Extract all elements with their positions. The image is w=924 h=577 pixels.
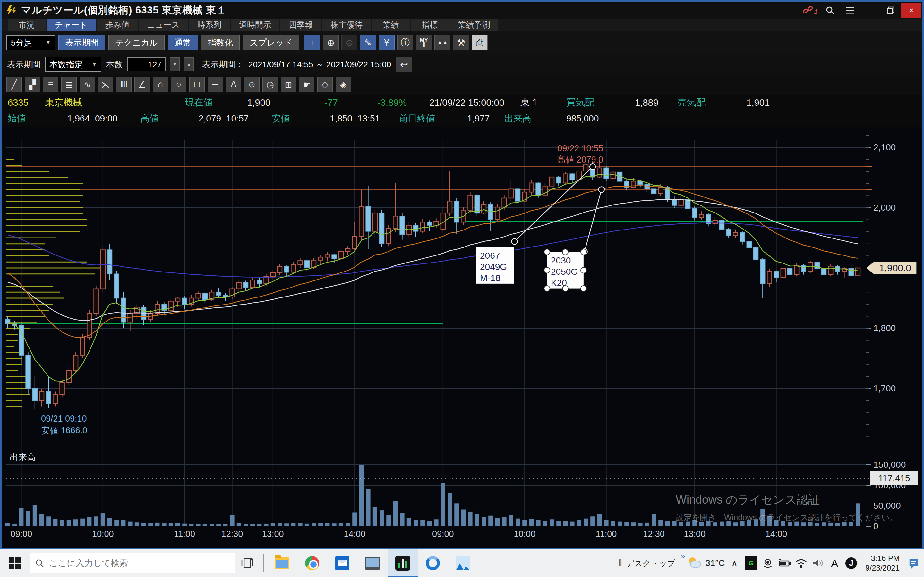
svg-text:12:30: 12:30 [643, 529, 665, 539]
menu-icon[interactable] [840, 3, 860, 17]
通常-button[interactable]: 通常 [168, 35, 198, 50]
rectangle-tool-icon[interactable]: □ [189, 77, 205, 92]
temperature-value[interactable]: 31°C [706, 558, 725, 568]
erase-all-tool-icon[interactable]: ◈ [336, 77, 351, 92]
wrench-icon[interactable]: ⚒ [453, 35, 469, 50]
taskbar-app-photos[interactable] [448, 550, 478, 577]
chart-area[interactable]: 20672049GM-1820302050GK2009/22 10:55高値 2… [0, 127, 924, 548]
reset-period-button[interactable]: ↩ [396, 57, 412, 72]
maximize-button[interactable] [880, 3, 901, 18]
tab-時系列[interactable]: 時系列 [189, 19, 230, 31]
period-mode-select[interactable]: 本数指定 ▼ [45, 57, 102, 72]
market-name: 東 1 [520, 96, 537, 109]
count-increment-button[interactable]: ▲ [184, 57, 194, 71]
tab-ニュース[interactable]: ニュース [139, 19, 188, 31]
tab-適時開示[interactable]: 適時開示 [231, 19, 279, 31]
crosshair-icon[interactable]: ＋ [304, 35, 320, 50]
close-button[interactable]: × [901, 3, 921, 18]
hidden-icons-chevron[interactable]: ∧ [727, 555, 741, 571]
pencil-icon[interactable]: ✎ [360, 35, 376, 50]
taskbar-search[interactable] [29, 553, 235, 574]
notification-icon[interactable] [907, 555, 921, 571]
tab-業績予測[interactable]: 業績予測 [449, 19, 498, 31]
fibonacci-arc-tool-icon[interactable]: ∿ [79, 77, 95, 92]
taskbar-app-file-explorer[interactable] [267, 550, 297, 577]
svg-text:13:00: 13:00 [262, 529, 284, 539]
desktop-toolbar-label[interactable]: デスクトップ» [626, 558, 685, 569]
open-time: 09:00 [95, 113, 118, 124]
speaker-icon[interactable] [811, 555, 825, 571]
text-tool-icon[interactable]: A [226, 77, 241, 92]
my-indicator-icon[interactable]: MY⫼ [416, 35, 432, 50]
draw-toolbar: ╱▞≡≣∿⋋‖‖∠⌂○□─A☺◷⊞☛◇◈ [0, 74, 924, 95]
chrome-icon [305, 556, 319, 570]
taskbar-app-monitor[interactable] [357, 550, 388, 577]
テクニカル-button[interactable]: テクニカル [108, 35, 165, 50]
ime-a-icon[interactable]: A [827, 555, 842, 571]
wifi-icon[interactable] [794, 555, 808, 571]
pixel-app-icon[interactable]: G [744, 555, 758, 571]
count-decrement-button[interactable]: ▼ [170, 57, 180, 71]
指数化-button[interactable]: 指数化 [201, 35, 240, 50]
fan-lines-tool-icon[interactable]: ⋋ [98, 77, 113, 92]
taskbar-app-chrome[interactable] [297, 550, 327, 577]
battery-icon[interactable] [777, 555, 792, 571]
high-label: 高値 [141, 113, 158, 125]
toolbar-handle[interactable]: ‖ [618, 558, 622, 569]
erase-object-tool-icon[interactable]: ◇ [317, 77, 333, 92]
interval-value: 5分足 [11, 37, 32, 48]
taskbar-app-mail[interactable] [327, 550, 357, 577]
time-marker-tool-icon[interactable]: ◷ [262, 77, 278, 92]
low-value: 1,850 [290, 113, 352, 124]
chevron-down-icon: ▼ [45, 40, 51, 45]
mountain-chart-icon[interactable]: ▲▲ [435, 35, 451, 50]
task-view-button[interactable] [235, 550, 260, 577]
horizontal-line-tool-icon[interactable]: ─ [208, 77, 223, 92]
copy-object-tool-icon[interactable]: ⊞ [281, 77, 296, 92]
hand-tool-icon[interactable]: ☛ [299, 77, 314, 92]
printer-icon[interactable]: ⎙ [472, 35, 488, 50]
weather-icon[interactable] [688, 557, 703, 570]
表示期間-button[interactable]: 表示期間 [58, 35, 105, 50]
yen-icon[interactable]: ¥ [379, 35, 395, 50]
tab-歩み値[interactable]: 歩み値 [97, 19, 138, 31]
horizontal-lines-tool-icon[interactable]: ≡ [43, 77, 58, 92]
pentagon-tool-icon[interactable]: ⌂ [153, 77, 168, 92]
icon-stamp-tool-icon[interactable]: ☺ [244, 77, 260, 92]
monitor-icon [365, 557, 380, 570]
minimize-button[interactable]: — [860, 3, 880, 18]
last-price-label: 現在値 [185, 96, 213, 109]
quote-datetime: 21/09/22 15:00:00 [429, 97, 504, 108]
svg-text:11:00: 11:00 [596, 529, 617, 539]
taskbar-clock[interactable]: 3:16 PM 9/23/2021 [861, 554, 904, 573]
search-input[interactable] [49, 558, 216, 568]
svg-text:13:00: 13:00 [684, 529, 706, 539]
スプレッド-button[interactable]: スプレッド [243, 35, 299, 50]
taskbar-app-chart-active[interactable] [388, 550, 418, 577]
svg-text:10:00: 10:00 [514, 529, 535, 539]
link-icon[interactable]: 1 [800, 3, 820, 17]
start-button[interactable] [0, 550, 29, 577]
bar-count-input[interactable]: 127 [127, 57, 166, 71]
zoom-in-icon[interactable]: ⊕ [323, 35, 339, 50]
tab-指標[interactable]: 指標 [411, 19, 449, 31]
tab-業績[interactable]: 業績 [372, 19, 410, 31]
multi-horizontal-lines-tool-icon[interactable]: ≣ [61, 77, 77, 92]
tab-株主優待[interactable]: 株主優待 [322, 19, 371, 31]
ellipse-tool-icon[interactable]: ○ [171, 77, 186, 92]
parallel-line-tool-icon[interactable]: ▞ [25, 77, 40, 92]
camera-icon[interactable] [761, 555, 775, 571]
info-icon[interactable]: ⓘ [397, 35, 413, 50]
taskbar-app-swirl[interactable] [418, 550, 448, 577]
search-icon[interactable] [820, 3, 840, 17]
ime-j-icon[interactable]: J [844, 555, 858, 571]
tab-チャート[interactable]: チャート [47, 19, 96, 31]
taskbar-separator [263, 554, 264, 572]
vertical-lines-tool-icon[interactable]: ‖‖ [116, 77, 132, 92]
svg-text:09:00: 09:00 [11, 529, 32, 539]
interval-select[interactable]: 5分足 ▼ [6, 35, 55, 50]
trendline-tool-icon[interactable]: ╱ [6, 77, 22, 92]
tab-市況[interactable]: 市況 [8, 19, 45, 31]
tab-四季報[interactable]: 四季報 [280, 19, 321, 31]
pitchfork-tool-icon[interactable]: ∠ [134, 77, 150, 92]
